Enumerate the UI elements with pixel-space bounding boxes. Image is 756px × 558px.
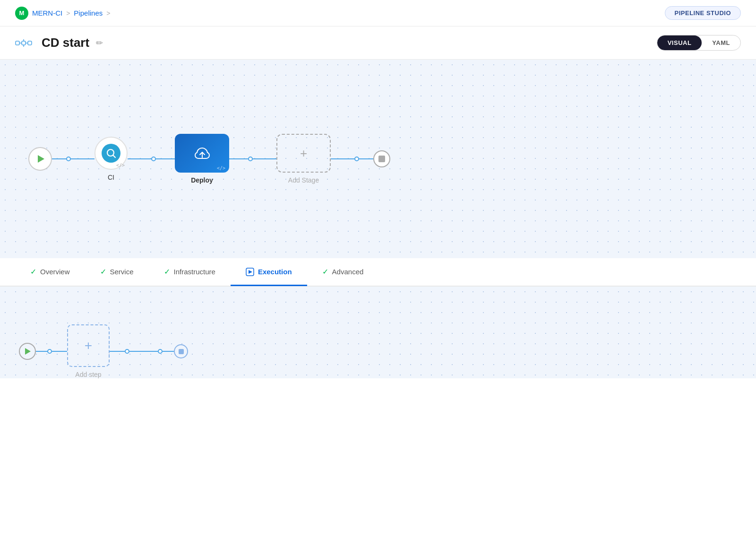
connector-1	[52, 157, 94, 161]
tab-service[interactable]: ✓ Service	[85, 259, 149, 286]
svg-rect-2	[28, 41, 32, 45]
yaml-view-button[interactable]: YAML	[702, 35, 740, 50]
add-stage-node[interactable]: +	[276, 134, 331, 173]
exec-play-triangle-icon	[25, 348, 31, 355]
exec-connector-2	[110, 349, 174, 354]
org-logo: M	[15, 7, 28, 20]
infrastructure-check-icon: ✓	[164, 267, 170, 276]
deploy-code-tag: </>	[217, 166, 225, 171]
pipeline-flow: </> CI </> Deploy	[28, 134, 390, 184]
breadcrumb: M MERN-CI > Pipelines >	[15, 7, 110, 20]
exec-line-5	[163, 351, 174, 352]
tab-infrastructure-label: Infrastructure	[174, 268, 215, 276]
tab-execution-label: Execution	[258, 268, 292, 276]
svg-rect-1	[22, 41, 26, 45]
svg-rect-0	[16, 41, 19, 45]
add-stage-label: Add Stage	[288, 176, 319, 184]
connector-2	[128, 157, 175, 161]
line-1	[52, 158, 66, 159]
tab-overview-label: Overview	[40, 268, 70, 276]
tab-advanced-label: Advanced	[332, 268, 364, 276]
visual-view-button[interactable]: VISUAL	[657, 35, 702, 50]
deploy-icon	[192, 143, 212, 163]
add-step-plus-icon: +	[85, 338, 92, 353]
execution-play-icon	[246, 268, 254, 276]
deploy-node[interactable]: </>	[175, 134, 229, 173]
ci-icon	[102, 144, 120, 163]
exec-add-step-wrapper: + Add step	[67, 324, 110, 378]
exec-end-node	[174, 344, 188, 358]
exec-line-4	[129, 351, 158, 352]
exec-start-node[interactable]	[19, 343, 36, 360]
add-step-label: Add step	[75, 371, 101, 378]
ci-label: CI	[108, 174, 114, 181]
ci-code-tag: </>	[116, 163, 125, 168]
svg-line-8	[113, 156, 116, 158]
page-title: CD start	[42, 35, 89, 50]
exec-end-wrapper	[174, 344, 188, 358]
exec-connector-1	[36, 349, 67, 354]
play-triangle-icon	[38, 155, 44, 163]
tab-service-label: Service	[110, 268, 134, 276]
exec-line-2	[52, 351, 67, 352]
breadcrumb-sep2: >	[106, 9, 110, 17]
node-end-wrapper	[373, 150, 390, 167]
start-node[interactable]	[28, 147, 52, 171]
execution-canvas: + Add step	[0, 287, 756, 378]
connector-3	[229, 157, 276, 161]
exec-dot-3	[158, 349, 163, 354]
pipeline-canvas: </> CI </> Deploy	[0, 60, 756, 258]
exec-line-3	[110, 351, 125, 352]
dot-1	[66, 157, 71, 161]
pipeline-icon	[15, 38, 35, 48]
overview-check-icon: ✓	[30, 267, 36, 276]
node-start-wrapper	[28, 147, 52, 171]
tab-execution[interactable]: Execution	[231, 259, 307, 286]
dot-3	[248, 157, 253, 161]
stop-square-icon	[378, 156, 385, 162]
ci-node[interactable]: </>	[94, 137, 128, 170]
exec-dot-2	[125, 349, 129, 354]
line-3	[128, 158, 151, 159]
tab-infrastructure[interactable]: ✓ Infrastructure	[149, 259, 231, 286]
line-6	[253, 158, 276, 159]
advanced-check-icon: ✓	[322, 267, 328, 276]
view-toggle: VISUAL YAML	[657, 35, 741, 51]
connector-4	[331, 157, 373, 161]
top-bar: M MERN-CI > Pipelines > PIPELINE STUDIO	[0, 0, 756, 26]
exec-start-wrapper	[19, 343, 36, 360]
pipeline-studio-badge: PIPELINE STUDIO	[665, 6, 741, 20]
node-ci-wrapper: </> CI	[94, 137, 128, 181]
node-deploy-wrapper: </> Deploy	[175, 134, 229, 184]
breadcrumb-pipelines[interactable]: Pipelines	[74, 9, 103, 17]
dot-2	[151, 157, 156, 161]
exec-line-1	[36, 351, 47, 352]
end-node	[373, 150, 390, 167]
edit-icon[interactable]: ✏	[96, 38, 103, 48]
exec-dot-1	[47, 349, 52, 354]
tab-overview[interactable]: ✓ Overview	[15, 259, 85, 286]
title-left: CD start ✏	[15, 35, 103, 50]
deploy-label: Deploy	[191, 176, 213, 184]
line-8	[359, 158, 373, 159]
node-add-stage-wrapper: + Add Stage	[276, 134, 331, 184]
add-step-node[interactable]: +	[67, 324, 110, 367]
dot-4	[354, 157, 359, 161]
exec-stop-icon	[179, 349, 184, 354]
svg-marker-11	[249, 270, 252, 274]
breadcrumb-org[interactable]: MERN-CI	[32, 9, 62, 17]
line-2	[71, 158, 94, 159]
breadcrumb-sep1: >	[66, 9, 70, 17]
tab-advanced[interactable]: ✓ Advanced	[307, 259, 379, 286]
title-row: CD start ✏ VISUAL YAML	[0, 26, 756, 60]
service-check-icon: ✓	[100, 267, 106, 276]
line-7	[331, 158, 354, 159]
line-4	[156, 158, 175, 159]
add-stage-plus-icon: +	[300, 147, 307, 159]
stage-tabs: ✓ Overview ✓ Service ✓ Infrastructure Ex…	[0, 258, 756, 287]
line-5	[229, 158, 248, 159]
execution-flow: + Add step	[19, 324, 188, 378]
